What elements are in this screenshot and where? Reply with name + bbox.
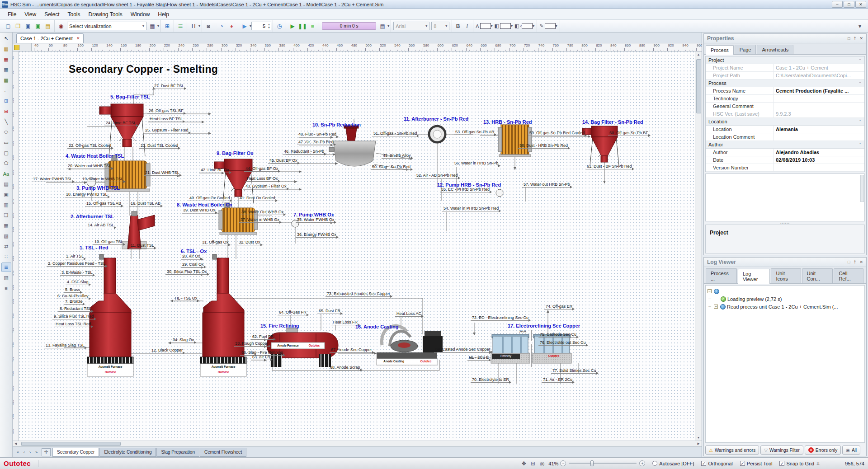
stream-label[interactable]: 43. Gypsum - Filter Ox bbox=[244, 184, 288, 189]
font-color-swatch-arrow[interactable]: ▾ bbox=[491, 24, 493, 28]
font-family-select-arrow[interactable]: ▾ bbox=[423, 24, 427, 28]
property-row[interactable]: Project NameCase 1 - 2Cu + Cement bbox=[706, 64, 864, 72]
fill-color-swatch[interactable]: ◧ ▾ bbox=[495, 23, 513, 29]
page-nav-2[interactable]: ‹ bbox=[21, 449, 27, 455]
calendar-table-icon-dropdown[interactable]: ▾ bbox=[157, 24, 159, 28]
align-icon[interactable]: ☰ bbox=[176, 22, 185, 31]
page-tab-slag-preparation[interactable]: Slag Preparation bbox=[156, 448, 199, 457]
unit-stamp-red-icon[interactable]: ▦ bbox=[1, 55, 11, 64]
unit-label[interactable]: 8. Waste Heat Boiler Ox bbox=[177, 202, 232, 207]
spin-up-icon[interactable]: ▲ bbox=[268, 23, 270, 26]
unit-afterburner-snpb[interactable] bbox=[429, 126, 445, 142]
zoom-slider[interactable] bbox=[569, 463, 637, 464]
unit-label[interactable]: 15. Fire Refining bbox=[260, 323, 299, 328]
collapse-icon[interactable]: − bbox=[708, 289, 712, 293]
stream-label[interactable]: 1. Air TSL bbox=[65, 254, 85, 259]
menu-drawing-tools[interactable]: Drawing Tools bbox=[85, 10, 127, 19]
grid-settings-icon[interactable]: ⌗ bbox=[816, 460, 820, 467]
stop-icon[interactable]: ■ bbox=[308, 22, 317, 31]
pin-panel-icon[interactable]: † bbox=[854, 36, 856, 41]
menu-select[interactable]: Select bbox=[40, 10, 63, 19]
property-group-header[interactable]: Location⌃ bbox=[706, 118, 864, 126]
stream-label[interactable]: 47. Air - Sn-Pb Red bbox=[297, 140, 335, 145]
stream-label[interactable]: 64. Off-Gas FR bbox=[278, 310, 308, 315]
zoom-in-button[interactable]: + bbox=[639, 460, 645, 466]
stream-label[interactable]: 10. Off-gas TSL bbox=[93, 239, 124, 245]
vscroll-thumb[interactable] bbox=[696, 59, 701, 113]
stream-label[interactable]: 39. Dust WHB Ox bbox=[182, 208, 217, 213]
calendar-table-icon[interactable]: ▦ bbox=[148, 22, 157, 31]
stream-label[interactable]: 68. Anode Scrap bbox=[329, 365, 362, 371]
stream-label[interactable]: 49. Sn-Pb Alloy bbox=[382, 153, 412, 159]
log-button-errors-only[interactable]: ✕Errors only bbox=[805, 446, 841, 455]
stream-label[interactable]: 7. Bronze bbox=[64, 299, 84, 305]
menu-help[interactable]: Help bbox=[154, 10, 173, 19]
stream-label[interactable]: 28. Air Ox bbox=[181, 254, 202, 259]
report-icon-dropdown[interactable]: ▾ bbox=[387, 24, 389, 28]
stream-label[interactable]: 71. Air - ER 2Cu bbox=[542, 377, 574, 383]
scroll-down-icon[interactable]: ▼ bbox=[697, 435, 700, 441]
menu-file[interactable]: File bbox=[4, 10, 20, 19]
fill-color-swatch-arrow[interactable]: ▾ bbox=[511, 24, 513, 28]
export-report-icon[interactable]: ▤ bbox=[43, 22, 52, 31]
unit-label[interactable]: 17. Electrorefining Sec Copper bbox=[508, 323, 580, 328]
menu-tools[interactable]: Tools bbox=[64, 10, 85, 19]
stream-label[interactable]: Heat Loss BF TSL bbox=[148, 117, 184, 122]
unit-stamp-green-icon[interactable]: ▦ bbox=[1, 75, 11, 85]
stream-label[interactable]: 44. Off-gas BF Ox bbox=[244, 166, 279, 172]
unit-hrb-snpb[interactable] bbox=[498, 125, 532, 157]
stream-label[interactable]: A-A bbox=[518, 329, 528, 334]
log-button-all[interactable]: ◉All bbox=[842, 446, 860, 455]
stream-label[interactable]: 4. FSF Slag bbox=[66, 280, 90, 285]
table-tool-icon[interactable]: ⊞ bbox=[1, 96, 11, 106]
swap-tool-icon[interactable]: ⇄ bbox=[1, 242, 11, 251]
report-icon[interactable]: ▤ bbox=[378, 22, 387, 31]
unit-label[interactable]: 12. Pump HRB - Sn-Pb Red bbox=[437, 182, 501, 188]
stream-label[interactable]: Heat Loss AC bbox=[395, 311, 423, 317]
stream-label[interactable]: 25. Gypsum - Filter Red bbox=[144, 128, 190, 133]
property-group-header[interactable]: Process⌃ bbox=[706, 80, 864, 87]
properties-tab-process[interactable]: Process bbox=[706, 45, 734, 55]
panel-splitter[interactable]: ▪▪▪▪▪▪ bbox=[704, 221, 866, 225]
stream-label[interactable]: 34. Slag Ox bbox=[171, 338, 195, 343]
stream-label[interactable]: 20. Water out WHB TSL bbox=[66, 164, 113, 169]
library-tool-icon[interactable]: ≡ bbox=[1, 283, 11, 293]
page-tab-cement-flowsheet[interactable]: Cement Flowsheet bbox=[200, 448, 246, 457]
stream-label[interactable]: 55. EC - PHRB Sn-Pb Red bbox=[440, 187, 491, 192]
property-value[interactable]: Alejandro Abadias bbox=[774, 150, 864, 155]
stream-label[interactable]: 42. Lime BF Ox bbox=[199, 168, 231, 173]
unit-label[interactable]: 10. Sn-Pb Reduction bbox=[312, 122, 361, 127]
fill-color-2-swatch-arrow[interactable]: ▾ bbox=[533, 24, 534, 28]
log-tab-1[interactable]: Process ... bbox=[706, 268, 737, 283]
stream-label[interactable]: 70. Electrolyte to ER bbox=[471, 377, 510, 383]
log-entry[interactable]: ┈✓Loading preview (2,72 s) bbox=[707, 295, 863, 303]
unit-label[interactable]: 6. TSL - Ox bbox=[181, 249, 207, 254]
unit-stamp-blue-icon[interactable]: ▦ bbox=[1, 65, 11, 75]
unit-label[interactable]: 2. Afterburner TSL bbox=[71, 214, 114, 219]
canvas-vertical-scrollbar[interactable]: ▲ ▼ bbox=[695, 52, 702, 441]
autosave-radio[interactable] bbox=[652, 461, 657, 466]
play-icon[interactable]: ▶ bbox=[288, 22, 297, 31]
stream-label[interactable]: Heat Loss BF Ox bbox=[245, 176, 279, 182]
hscroll-thumb[interactable] bbox=[21, 442, 121, 446]
stream-label[interactable]: 77. Solid Slimes Sec Cu bbox=[551, 368, 598, 374]
menu-view[interactable]: View bbox=[20, 10, 40, 19]
unit-label[interactable]: 9. Bag-Filter Ox bbox=[217, 150, 253, 156]
stream-label[interactable]: 65. Dust FR bbox=[317, 309, 342, 314]
polygon-tool-icon[interactable]: ⬠ bbox=[1, 159, 11, 168]
property-row[interactable]: AuthorAlejandro Abadias bbox=[706, 149, 864, 156]
log-tab-4[interactable]: Unit Con... bbox=[802, 268, 833, 283]
stream-label[interactable]: 35. Water PWHB Ox bbox=[296, 217, 335, 223]
page-tab-secondary-copper[interactable]: Secondary Copper bbox=[52, 448, 99, 457]
stream-label[interactable]: 31. Off-gas Ox bbox=[201, 240, 230, 245]
stream-label[interactable]: 38. Water Out WHB Ox bbox=[240, 210, 285, 215]
unit-label[interactable]: 14. Bag Filter - Sn-Pb Red bbox=[582, 119, 643, 125]
log-button-warnings-filter[interactable]: ▽Warnings Filter bbox=[760, 446, 803, 455]
stream-label[interactable]: 75. Cathode Sec Cu bbox=[538, 332, 578, 338]
stream-label[interactable]: 58. Dust - HRB Sn-Pb Red bbox=[518, 143, 569, 149]
stream-label[interactable]: 73. Exhausted Anodes Sec Copper bbox=[326, 291, 392, 297]
diagram-blue-icon[interactable]: ◔ bbox=[217, 22, 226, 31]
property-row[interactable]: LocationAlemania bbox=[706, 126, 864, 133]
pin-panel-icon[interactable]: † bbox=[854, 260, 856, 264]
zoom-100-icon[interactable]: ◎ bbox=[540, 460, 544, 467]
